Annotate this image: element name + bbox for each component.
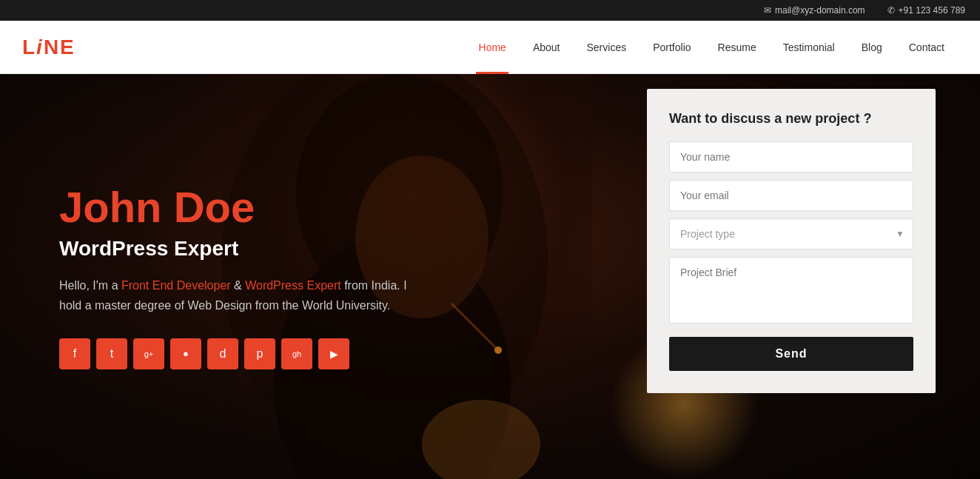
social-pinterest[interactable]: p <box>244 338 275 369</box>
nav-home[interactable]: Home <box>466 21 520 74</box>
nav-about[interactable]: About <box>520 21 574 74</box>
nav-contact[interactable]: Contact <box>896 21 958 74</box>
form-title: Want to discuss a new project ? <box>669 111 913 127</box>
nav-resume[interactable]: Resume <box>705 21 770 74</box>
hero-desc-middle: & <box>231 279 246 292</box>
name-input[interactable] <box>669 141 913 172</box>
header: LiNE Home About Services Portfolio Resum… <box>0 21 980 74</box>
svg-point-5 <box>494 346 502 354</box>
nav-testimonial[interactable]: Testimonial <box>770 21 848 74</box>
email-input[interactable] <box>669 180 913 211</box>
topbar-phone: ✆ +91 123 456 789 <box>887 5 965 16</box>
social-instagram[interactable]: ● <box>170 338 201 369</box>
social-facebook[interactable]: f <box>59 338 90 369</box>
social-youtube[interactable]: ▶ <box>318 338 349 369</box>
hero-content: John Doe WordPress Expert Hello, I'm a F… <box>0 184 429 369</box>
hero-highlight2: WordPress Expert <box>245 279 341 292</box>
main-nav: Home About Services Portfolio Resume Tes… <box>466 21 958 74</box>
nav-blog[interactable]: Blog <box>848 21 896 74</box>
contact-form: Want to discuss a new project ? Project … <box>647 89 936 393</box>
topbar-email: ✉ mail@xyz-domain.com <box>764 5 865 16</box>
brief-textarea[interactable] <box>669 257 913 324</box>
logo-ne: NE <box>44 36 75 58</box>
hero-title: WordPress Expert <box>59 237 429 261</box>
nav-services[interactable]: Services <box>574 21 640 74</box>
social-icons: f t g+ ● d p gh ▶ <box>59 338 429 369</box>
send-button[interactable]: Send <box>669 337 913 371</box>
project-type-select[interactable]: Project type Web Design WordPress Front … <box>669 218 913 249</box>
social-twitter[interactable]: t <box>96 338 127 369</box>
hero-highlight1: Front End Developer <box>121 279 231 292</box>
hero-desc-prefix: Hello, I'm a <box>59 279 121 292</box>
nav-portfolio[interactable]: Portfolio <box>640 21 704 74</box>
hero-name: John Doe <box>59 184 429 231</box>
social-github[interactable]: gh <box>281 338 312 369</box>
project-type-wrapper: Project type Web Design WordPress Front … <box>669 218 913 249</box>
hero-description: Hello, I'm a Front End Developer & WordP… <box>59 275 429 315</box>
logo[interactable]: LiNE <box>22 36 75 59</box>
social-dribbble[interactable]: d <box>207 338 238 369</box>
logo-i: i <box>36 36 44 58</box>
logo-l: L <box>22 36 36 58</box>
phone-icon: ✆ <box>887 5 895 16</box>
email-icon: ✉ <box>764 5 771 16</box>
topbar: ✉ mail@xyz-domain.com ✆ +91 123 456 789 <box>0 0 980 21</box>
social-googleplus[interactable]: g+ <box>133 338 164 369</box>
hero-section: John Doe WordPress Expert Hello, I'm a F… <box>0 74 980 479</box>
